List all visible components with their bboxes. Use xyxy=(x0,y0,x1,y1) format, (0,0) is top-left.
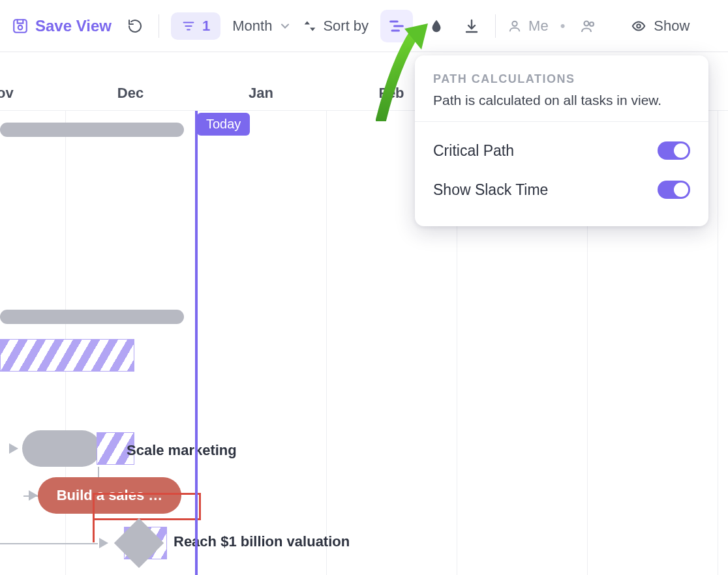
filter-button[interactable]: 1 xyxy=(171,12,220,40)
path-calculations-popover: PATH CALCULATIONS Path is calculated on … xyxy=(415,55,708,226)
dot-separator: • xyxy=(560,18,566,35)
critical-path-outline xyxy=(93,493,201,520)
popover-subtitle: Path is calculated on all tasks in view. xyxy=(433,93,690,108)
timescale-select[interactable]: Month xyxy=(232,18,292,35)
toggle-switch[interactable] xyxy=(658,141,690,160)
person-icon xyxy=(508,19,522,33)
show-button[interactable]: Show xyxy=(630,18,690,35)
task-pill-scale-marketing[interactable] xyxy=(22,430,100,467)
today-marker-line xyxy=(195,111,198,575)
critical-path-label: Critical Path xyxy=(433,142,514,160)
sort-icon xyxy=(303,19,316,33)
assignees-button[interactable] xyxy=(577,14,600,38)
month-label: Nov xyxy=(0,85,14,102)
reset-icon xyxy=(127,18,143,34)
svg-point-2 xyxy=(512,21,517,25)
download-icon xyxy=(464,18,479,34)
dependency-arrow-icon xyxy=(29,490,38,501)
timescale-label: Month xyxy=(232,18,272,35)
slack-time-label: Show Slack Time xyxy=(433,181,548,199)
filter-icon xyxy=(181,19,196,33)
gridline xyxy=(326,52,327,575)
color-button[interactable] xyxy=(425,14,448,38)
reset-button[interactable] xyxy=(123,14,147,38)
me-filter-button[interactable]: Me xyxy=(508,18,549,35)
popover-header: PATH CALCULATIONS Path is calculated on … xyxy=(415,55,708,122)
task-label: Scale marketing xyxy=(127,442,237,459)
chevron-down-icon xyxy=(279,20,292,33)
dependency-line xyxy=(0,543,98,544)
filter-count: 1 xyxy=(202,18,210,35)
month-label: Jan xyxy=(249,85,273,102)
sort-button[interactable]: Sort by xyxy=(303,18,369,35)
slack-time-toggle-row[interactable]: Show Slack Time xyxy=(433,170,690,209)
popover-body: Critical Path Show Slack Time xyxy=(415,122,708,226)
svg-point-5 xyxy=(637,24,641,28)
slack-block[interactable] xyxy=(0,339,134,372)
summary-bar[interactable] xyxy=(0,123,184,137)
save-view-label: Save View xyxy=(35,17,112,35)
people-icon xyxy=(580,18,597,34)
today-label: Today xyxy=(206,117,241,131)
toolbar-separator-2 xyxy=(495,14,496,38)
gridline xyxy=(718,52,718,575)
svg-point-1 xyxy=(18,25,23,29)
save-view-button[interactable]: Save View xyxy=(12,17,112,35)
toolbar: Save View 1 Month Sort by xyxy=(0,0,728,52)
eye-icon xyxy=(630,19,647,33)
me-label: Me xyxy=(528,18,549,35)
show-label: Show xyxy=(654,18,690,35)
popover-title: PATH CALCULATIONS xyxy=(433,72,690,86)
today-badge[interactable]: Today xyxy=(197,113,250,136)
milestone-diamond[interactable] xyxy=(114,518,164,568)
droplet-icon xyxy=(429,18,444,34)
save-icon xyxy=(12,18,29,35)
sort-label: Sort by xyxy=(323,18,369,35)
svg-point-4 xyxy=(590,22,594,26)
critical-path-toggle-row[interactable]: Critical Path xyxy=(433,131,690,170)
summary-bar[interactable] xyxy=(0,310,184,324)
download-button[interactable] xyxy=(460,14,483,38)
toggle-switch[interactable] xyxy=(658,181,690,199)
svg-point-3 xyxy=(584,21,589,25)
dependency-arrow-icon xyxy=(9,443,18,454)
toolbar-separator xyxy=(159,14,159,38)
task-label: Reach $1 billion valuation xyxy=(174,533,350,550)
month-label: Dec xyxy=(117,85,144,102)
critical-path-outline xyxy=(93,519,95,542)
dependency-arrow-icon xyxy=(99,538,108,548)
